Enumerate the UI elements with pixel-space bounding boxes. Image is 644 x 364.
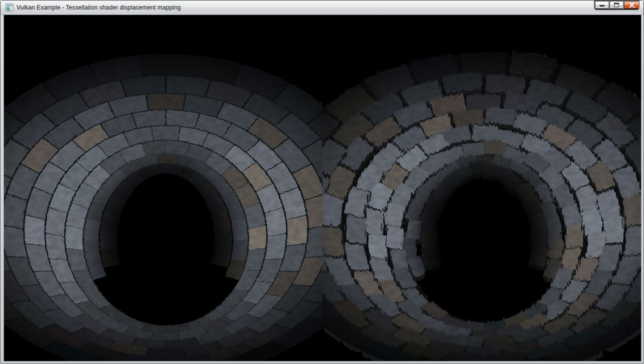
close-button[interactable] — [624, 0, 639, 10]
window-title: Vulkan Example - Tessellation shader dis… — [16, 4, 181, 11]
maximize-icon — [614, 3, 619, 8]
maximize-button[interactable] — [609, 0, 624, 10]
minimize-button[interactable] — [594, 0, 609, 10]
vulkan-render-surface[interactable] — [4, 15, 641, 361]
minimize-icon — [600, 5, 604, 6]
client-area — [4, 15, 641, 361]
window-controls — [594, 0, 640, 10]
close-icon — [628, 2, 635, 8]
vulkan-example-window: Vulkan Example - Tessellation shader dis… — [0, 0, 644, 364]
application-window-icon — [6, 4, 14, 12]
titlebar[interactable]: Vulkan Example - Tessellation shader dis… — [0, 0, 644, 15]
